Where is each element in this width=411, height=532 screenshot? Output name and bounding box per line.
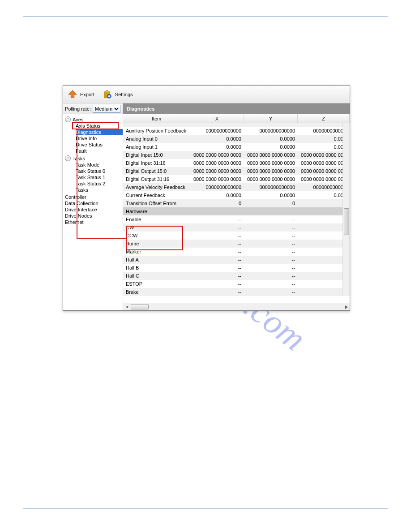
cell-x: --	[190, 241, 244, 246]
cell-y: 0	[244, 201, 298, 206]
chevron-up-icon[interactable]: ˄	[65, 155, 71, 161]
cell-y: 0.0000	[244, 193, 298, 198]
tree-root-item[interactable]: Controller	[63, 194, 123, 200]
cell-x: --	[190, 289, 244, 295]
cell-item: Marker	[123, 249, 190, 254]
cell-item: CW	[123, 225, 190, 230]
cell-z: 0.000	[298, 144, 350, 150]
page-rule-bottom	[23, 508, 388, 509]
table-header: Item X Y Z	[123, 114, 350, 123]
table-row[interactable]: Hall B----	[123, 264, 350, 272]
table-row[interactable]: Digital Output 31:160000 0000 0000 00000…	[123, 175, 350, 183]
table-row[interactable]: Transition Offset Errors00	[123, 199, 350, 207]
cell-y: 0000 0000 0000 0000	[244, 160, 298, 166]
tree-item[interactable]: Task Status 2	[76, 180, 123, 187]
chevron-up-icon[interactable]: ˄	[65, 116, 71, 122]
column-x[interactable]: X	[190, 114, 244, 123]
tree-item[interactable]: Drive Status	[76, 142, 123, 148]
cell-item: Home	[123, 241, 190, 246]
polling-control: Polling rate: SlowMediumFast	[63, 103, 123, 114]
table-row[interactable]: Hall A----	[123, 256, 350, 264]
cell-item: Hall C	[123, 273, 190, 279]
cell-item: Transition Offset Errors	[123, 201, 190, 206]
table-row[interactable]: Home----	[123, 240, 350, 248]
cell-item: Average Velocity Feedback	[123, 184, 190, 190]
horizontal-scroll-thumb[interactable]	[131, 304, 149, 309]
table-row[interactable]: Average Velocity Feedback000000000000000…	[123, 183, 350, 191]
tree-root-item[interactable]: Drive Nodes	[63, 213, 123, 219]
cell-item: Enable	[123, 217, 190, 222]
cell-item: Auxiliary Position Feedback	[123, 128, 190, 133]
table-row[interactable]: Brake----	[123, 288, 350, 296]
tree-item[interactable]: Tasks	[76, 187, 123, 193]
table-row[interactable]: ESTOP----	[123, 280, 350, 288]
vertical-scrollbar[interactable]	[342, 123, 350, 295]
tree-item[interactable]: Task Status 1	[76, 174, 123, 180]
table-row[interactable]: Analog Input 00.00000.00000.000	[123, 135, 350, 143]
export-icon	[68, 90, 77, 99]
tree-item[interactable]: Drive Info	[76, 135, 123, 142]
tree-group-axes[interactable]: ˄Axes	[65, 116, 123, 123]
column-z[interactable]: Z	[298, 114, 350, 123]
body: ˄AxesAxis StatusDiagnosticsDrive InfoDri…	[63, 114, 350, 310]
tree-item[interactable]: Diagnostics	[76, 129, 123, 135]
panel-title: Diagnostics	[123, 103, 350, 114]
settings-label: Settings	[115, 92, 133, 97]
tree-root-item[interactable]: Ethernet	[63, 219, 123, 225]
table-row[interactable]: Enable----	[123, 215, 350, 223]
table-row[interactable]: Hall C----	[123, 272, 350, 280]
cell-y: --	[244, 241, 298, 246]
cell-y: --	[244, 273, 298, 279]
section-hardware: Hardware	[123, 207, 350, 215]
polling-select[interactable]: SlowMediumFast	[93, 105, 120, 113]
tree-item[interactable]: Task Status 0	[76, 168, 123, 174]
cell-item: Digital Output 15:0	[123, 168, 190, 174]
export-label: Export	[80, 92, 94, 97]
table-row[interactable]: CW----	[123, 223, 350, 232]
cell-y: 0000000000000	[244, 128, 298, 133]
tree-item[interactable]: Fault	[76, 148, 123, 154]
tree-group-label: Tasks	[73, 156, 85, 161]
table-row[interactable]: Current Feedback0.00000.00000.000	[123, 191, 350, 199]
cell-x: 0.0000	[190, 193, 244, 198]
main-area: Item X Y Z Auxiliary Position Feedback00…	[123, 114, 350, 310]
cell-x: --	[190, 217, 244, 222]
cell-x: --	[190, 225, 244, 230]
cell-x: 0.0000	[190, 136, 244, 142]
table-row[interactable]: Digital Input 31:160000 0000 0000 000000…	[123, 159, 350, 167]
tree-group-label: Axes	[73, 117, 83, 122]
tree-group-tasks[interactable]: ˄Tasks	[65, 155, 123, 162]
table-row[interactable]: Auxiliary Position Feedback0000000000000…	[123, 127, 350, 135]
cell-item: Digital Input 31:16	[123, 160, 190, 166]
cell-item: Hall A	[123, 257, 190, 262]
tree-root-item[interactable]: Data Collection	[63, 200, 123, 206]
cell-x: 0000 0000 0000 0000	[190, 160, 244, 166]
vertical-scroll-thumb[interactable]	[344, 208, 349, 235]
tree-item[interactable]: Task Mode	[76, 162, 123, 168]
cell-y: --	[244, 265, 298, 270]
settings-button[interactable]: Settings	[101, 89, 135, 100]
scroll-right-icon[interactable]	[345, 305, 348, 309]
table-row[interactable]: CCW----	[123, 232, 350, 240]
table-row[interactable]: Analog Input 10.00000.00000.000	[123, 143, 350, 151]
cell-y: --	[244, 233, 298, 238]
table-row[interactable]: Marker----	[123, 248, 350, 256]
column-y[interactable]: Y	[244, 114, 298, 123]
cell-x: 0000 0000 0000 0000	[190, 176, 244, 182]
cell-item: ESTOP	[123, 281, 190, 287]
cell-y: 0000 0000 0000 0000	[244, 176, 298, 182]
cell-y: --	[244, 257, 298, 262]
table-row[interactable]: Digital Output 15:00000 0000 0000 000000…	[123, 167, 350, 175]
cell-item: Analog Input 0	[123, 136, 190, 142]
tree-item[interactable]: Axis Status	[76, 123, 123, 129]
tree-root-item[interactable]: Drive Interface	[63, 206, 123, 213]
horizontal-scrollbar[interactable]: ◄	[123, 303, 350, 310]
table-row[interactable]: Digital Input 15:00000 0000 0000 0000000…	[123, 151, 350, 159]
export-button[interactable]: Export	[66, 89, 96, 100]
cell-y: --	[244, 249, 298, 254]
column-item[interactable]: Item	[123, 114, 190, 123]
cell-z: 0000 0000 0000 000	[298, 176, 350, 182]
sidebar: ˄AxesAxis StatusDiagnosticsDrive InfoDri…	[63, 114, 123, 310]
polling-row: Polling rate: SlowMediumFast Diagnostics	[63, 103, 350, 114]
cell-x: 0000 0000 0000 0000	[190, 152, 244, 158]
